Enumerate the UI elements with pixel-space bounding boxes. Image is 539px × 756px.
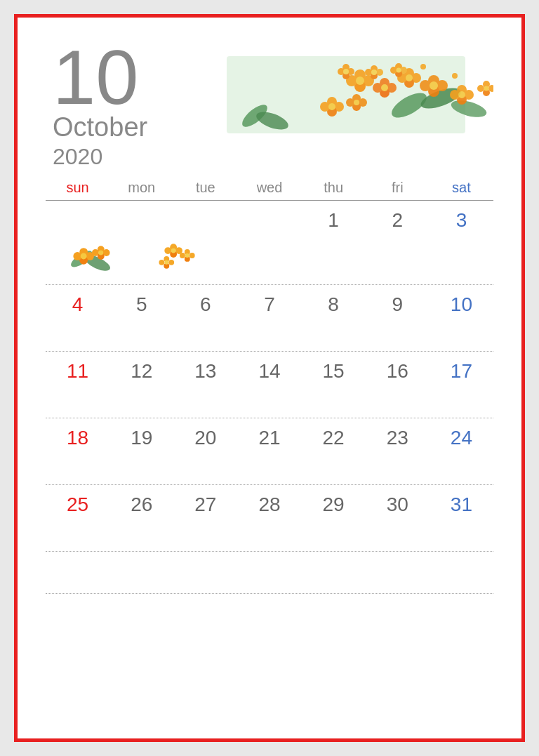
day-cell-11: 11 bbox=[46, 357, 109, 383]
svg-point-72 bbox=[92, 249, 99, 256]
svg-point-13 bbox=[373, 83, 382, 93]
day-cell-9: 9 bbox=[366, 291, 430, 316]
day-cell bbox=[109, 206, 173, 209]
week-row-5: 25 26 27 28 29 30 31 bbox=[46, 485, 493, 552]
day-cell-6: 6 bbox=[173, 291, 237, 316]
day-cell bbox=[173, 206, 237, 209]
day-header-sun: sun bbox=[46, 177, 109, 199]
day-cell-27: 27 bbox=[173, 491, 237, 516]
svg-point-39 bbox=[343, 69, 349, 74]
day-header-tue: tue bbox=[173, 177, 237, 199]
day-cell-28: 28 bbox=[237, 491, 301, 516]
day-cell-31: 31 bbox=[430, 491, 493, 516]
svg-point-63 bbox=[83, 252, 112, 274]
day-cell-19: 19 bbox=[109, 424, 173, 449]
calendar-header: 10 October 2020 bbox=[46, 39, 493, 170]
svg-point-81 bbox=[185, 256, 190, 262]
week-row-2: 4 5 6 7 8 9 10 bbox=[46, 285, 493, 352]
day-cell-10: 10 bbox=[430, 291, 493, 316]
svg-point-77 bbox=[164, 247, 171, 254]
svg-point-43 bbox=[320, 102, 330, 112]
day-cell bbox=[46, 206, 109, 209]
svg-point-70 bbox=[103, 249, 110, 256]
month-info: 10 October 2020 bbox=[46, 39, 147, 170]
svg-point-34 bbox=[371, 69, 377, 75]
day-cell bbox=[237, 206, 301, 209]
year: 2020 bbox=[53, 144, 102, 170]
day-cell-20: 20 bbox=[173, 424, 237, 449]
day-cell-22: 22 bbox=[302, 424, 366, 449]
svg-point-14 bbox=[381, 84, 388, 91]
svg-point-33 bbox=[365, 69, 372, 76]
calendar-page: 10 October 2020 bbox=[14, 14, 525, 742]
svg-point-55 bbox=[420, 64, 426, 69]
day-header-thu: thu bbox=[302, 177, 366, 199]
day-header-sat: sat bbox=[430, 177, 493, 199]
svg-point-9 bbox=[356, 77, 364, 85]
svg-point-23 bbox=[420, 80, 431, 91]
svg-point-76 bbox=[170, 251, 177, 258]
day-cell-25: 25 bbox=[46, 491, 109, 516]
svg-point-87 bbox=[159, 260, 164, 265]
svg-point-60 bbox=[477, 85, 484, 92]
svg-point-56 bbox=[452, 73, 458, 79]
empty-week-row bbox=[46, 552, 493, 594]
day-cell-13: 13 bbox=[173, 357, 237, 383]
day-cell-12: 12 bbox=[109, 357, 173, 383]
svg-point-66 bbox=[79, 256, 88, 265]
week1-flowers bbox=[46, 230, 493, 279]
svg-point-69 bbox=[98, 246, 105, 253]
svg-point-86 bbox=[164, 263, 169, 269]
svg-point-82 bbox=[180, 253, 185, 258]
day-cell-4: 4 bbox=[46, 291, 109, 316]
svg-point-19 bbox=[406, 74, 413, 81]
flowers-svg bbox=[192, 42, 493, 154]
day-cell-16: 16 bbox=[366, 357, 430, 383]
svg-point-80 bbox=[189, 253, 195, 258]
svg-point-73 bbox=[98, 251, 103, 256]
day-cell-26: 26 bbox=[109, 491, 173, 516]
day-cell-15: 15 bbox=[302, 357, 366, 383]
day-cell-3: 3 bbox=[430, 206, 493, 232]
svg-point-44 bbox=[328, 103, 335, 110]
day-cell-23: 23 bbox=[366, 424, 430, 449]
day-cell-24: 24 bbox=[430, 424, 493, 449]
day-cell-21: 21 bbox=[237, 424, 301, 449]
svg-point-79 bbox=[185, 249, 190, 255]
svg-point-88 bbox=[164, 260, 168, 265]
day-cell-18: 18 bbox=[46, 424, 109, 449]
svg-point-68 bbox=[81, 253, 87, 260]
day-cell-14: 14 bbox=[237, 357, 301, 383]
week-row-1: 1 2 3 bbox=[46, 201, 493, 285]
svg-point-54 bbox=[397, 68, 401, 73]
day-cell-2: 2 bbox=[366, 206, 430, 232]
svg-point-65 bbox=[86, 252, 94, 260]
day-cell-29: 29 bbox=[302, 491, 366, 516]
svg-point-75 bbox=[175, 247, 182, 254]
svg-point-74 bbox=[170, 244, 177, 251]
svg-point-84 bbox=[164, 256, 169, 262]
svg-point-78 bbox=[171, 248, 176, 253]
svg-point-29 bbox=[458, 91, 465, 98]
svg-point-83 bbox=[185, 253, 189, 258]
svg-point-48 bbox=[346, 98, 354, 107]
svg-point-67 bbox=[73, 252, 81, 260]
day-cell-1: 1 bbox=[302, 206, 366, 232]
day-cell-30: 30 bbox=[366, 491, 430, 516]
svg-point-28 bbox=[450, 90, 460, 100]
svg-point-71 bbox=[98, 253, 105, 260]
week-row-3: 11 12 13 14 15 16 17 bbox=[46, 352, 493, 418]
svg-point-24 bbox=[430, 81, 438, 90]
svg-point-64 bbox=[79, 248, 88, 256]
svg-point-85 bbox=[168, 260, 174, 265]
day-header-mon: mon bbox=[109, 177, 173, 199]
svg-point-61 bbox=[484, 86, 489, 91]
day-headers: sun mon tue wed thu fri sat bbox=[46, 177, 493, 199]
week-row-4: 18 19 20 21 22 23 24 bbox=[46, 418, 493, 485]
day-cell-8: 8 bbox=[302, 291, 366, 316]
day-cell-7: 7 bbox=[237, 291, 301, 316]
flower-illustration bbox=[192, 42, 493, 154]
svg-point-2 bbox=[449, 98, 488, 121]
day-cell-5: 5 bbox=[109, 291, 173, 316]
svg-point-49 bbox=[354, 100, 359, 105]
